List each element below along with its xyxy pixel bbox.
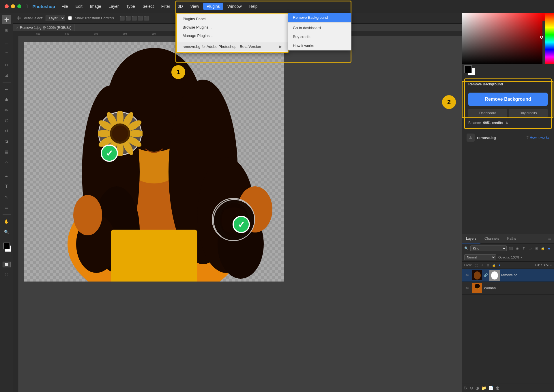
submenu-remove-background[interactable]: Remove Background (288, 13, 351, 22)
path-selection-tool[interactable]: ↖ (2, 192, 11, 202)
dodge-tool[interactable]: ○ (2, 157, 11, 167)
close-button[interactable] (5, 4, 9, 8)
manage-plugins-item[interactable]: Manage Plugins... (177, 31, 288, 40)
pen-tool[interactable]: ✒ (2, 172, 11, 181)
fill-chevron-icon[interactable]: ▾ (550, 264, 552, 267)
plugins-panel-item[interactable]: Plugins Panel (177, 15, 288, 23)
add-fx-icon[interactable]: fx (464, 386, 467, 390)
minimize-button[interactable] (11, 4, 15, 8)
layers-panel-menu-icon[interactable]: ≡ (545, 236, 554, 242)
menu-image[interactable]: Image (87, 3, 105, 10)
fill-value[interactable]: 100% (541, 263, 549, 267)
opacity-value[interactable]: 100% (511, 256, 519, 259)
history-brush-tool[interactable]: ↺ (2, 126, 11, 136)
menu-window[interactable]: Window (224, 3, 245, 10)
submenu-buy-credits[interactable]: Buy credits (288, 32, 351, 41)
buy-credits-button[interactable]: Buy credits (509, 109, 548, 117)
move-tool[interactable] (2, 15, 11, 24)
marquee-tool[interactable]: ▭ (2, 40, 11, 49)
menu-select[interactable]: Select (139, 3, 157, 10)
layer-visibility-woman[interactable]: 👁 (464, 285, 470, 291)
menu-edit[interactable]: Edit (72, 3, 86, 10)
gradient-picker-handle[interactable] (540, 36, 543, 39)
dashboard-button[interactable]: Dashboard (468, 109, 507, 117)
artboard-tool[interactable]: ⊞ (2, 25, 11, 35)
smart-filter-icon[interactable]: ⊡ (534, 246, 539, 251)
remove-background-button[interactable]: Remove Background (468, 93, 548, 106)
document-tab[interactable]: × Remove-1.jpg @ 100% (RGB/8#) (13, 24, 74, 31)
text-filter-icon[interactable]: T (521, 246, 526, 251)
object-select-tool[interactable]: ⊡ (2, 60, 11, 70)
clone-stamp-tool[interactable]: ⬡ (2, 116, 11, 125)
dot-filter-icon[interactable]: ● (546, 246, 552, 251)
menu-help[interactable]: Help (246, 3, 261, 10)
menu-3d[interactable]: 3D (174, 3, 186, 10)
color-gradient[interactable] (462, 13, 542, 64)
lock-pixels-icon[interactable]: ⬚ (474, 263, 479, 267)
align-right-icon[interactable]: ⬛ (132, 16, 137, 20)
menu-file[interactable]: File (58, 3, 72, 10)
search-icon: 🔍 (464, 246, 469, 250)
adjustments-icon[interactable]: ◑ (476, 386, 479, 390)
crop-tool[interactable]: ⊿ (2, 71, 11, 80)
lock-all-icon[interactable]: 🔒 (491, 263, 496, 267)
layer-visibility-removebg[interactable]: 👁 (464, 272, 470, 278)
color-spectrum[interactable] (545, 13, 554, 64)
tab-paths[interactable]: Paths (503, 234, 520, 243)
create-group-icon[interactable]: 📁 (481, 386, 486, 390)
help-icon[interactable]: ? (526, 135, 529, 140)
lock-artboards-icon[interactable]: ⊞ (486, 263, 490, 267)
quick-mask-toggle[interactable]: ⬜ (3, 262, 11, 267)
screen-mode-toggle[interactable]: ⬚ (2, 270, 11, 279)
filter-kind-dropdown[interactable]: Kind (470, 245, 507, 251)
shape-tool[interactable]: ▭ (2, 203, 11, 212)
align-center-icon[interactable]: ⬛ (126, 16, 131, 20)
eraser-tool[interactable]: ◪ (2, 137, 11, 146)
how-it-works-link[interactable]: How it works (530, 136, 549, 140)
tab-channels[interactable]: Channels (480, 234, 503, 243)
lock-position-icon[interactable]: ✛ (480, 263, 484, 267)
refresh-icon[interactable]: ↻ (506, 121, 508, 125)
auto-select-dropdown[interactable]: Layer Group (46, 15, 65, 21)
lock-filter-icon[interactable]: 🔒 (540, 246, 545, 251)
layer-chain-1: 🔗 (484, 272, 487, 278)
submenu-how-it-works[interactable]: How it works (288, 41, 351, 50)
text-tool[interactable]: T (2, 182, 11, 191)
menu-view[interactable]: View (187, 3, 203, 10)
zoom-tool[interactable]: 🔍 (2, 227, 11, 237)
menu-filter[interactable]: Filter (158, 3, 174, 10)
blend-mode-dropdown[interactable]: Normal Multiply Screen (464, 254, 496, 260)
foreground-color[interactable] (3, 243, 10, 249)
foreground-swatch[interactable] (464, 65, 472, 73)
lasso-tool[interactable]: ⌒ (2, 50, 11, 59)
pixel-filter-icon[interactable]: ⬛ (508, 246, 514, 251)
align-middle-icon[interactable]: ⬛ (144, 16, 149, 20)
removebg-plugin-item[interactable]: remove.bg for Adobe Photoshop - Beta Ver… (177, 42, 288, 51)
hand-tool[interactable]: ✋ (2, 217, 11, 226)
menu-layer[interactable]: Layer (105, 3, 122, 10)
brush-tool[interactable]: ✏ (2, 106, 11, 115)
maximize-button[interactable] (17, 4, 21, 8)
eyedropper-tool[interactable]: ✒ (2, 85, 11, 94)
delete-layer-icon[interactable]: 🗑 (496, 386, 500, 390)
menu-type[interactable]: Type (123, 3, 138, 10)
browse-plugins-item[interactable]: Browse Plugins... (177, 23, 288, 31)
shape-filter-icon[interactable]: ▭ (527, 246, 533, 251)
heal-tool[interactable]: ✱ (2, 95, 11, 104)
lock-extra-icon[interactable]: ● (497, 263, 502, 267)
doc-tab-close-icon[interactable]: × (16, 26, 18, 30)
opacity-chevron-icon[interactable]: ▾ (521, 256, 522, 259)
layer-row-removebg[interactable]: 👁 🔗 remove.bg (462, 269, 554, 282)
new-layer-icon[interactable]: 📄 (489, 386, 493, 390)
adjustment-filter-icon[interactable]: ◉ (515, 246, 520, 251)
layer-row-woman[interactable]: 👁 Woman (462, 282, 554, 295)
tab-layers[interactable]: Layers (462, 234, 480, 243)
align-left-icon[interactable]: ⬛ (120, 16, 125, 20)
gradient-tool[interactable]: ▤ (2, 147, 11, 156)
align-top-icon[interactable]: ⬛ (138, 16, 143, 20)
add-mask-icon[interactable]: ⊙ (470, 386, 473, 390)
show-transform-checkbox[interactable] (68, 16, 72, 20)
menu-plugins[interactable]: Plugins (203, 3, 223, 10)
remove-bg-panel-title: Remove Background (468, 82, 503, 86)
submenu-go-to-dashboard[interactable]: Go to dashboard (288, 23, 351, 32)
